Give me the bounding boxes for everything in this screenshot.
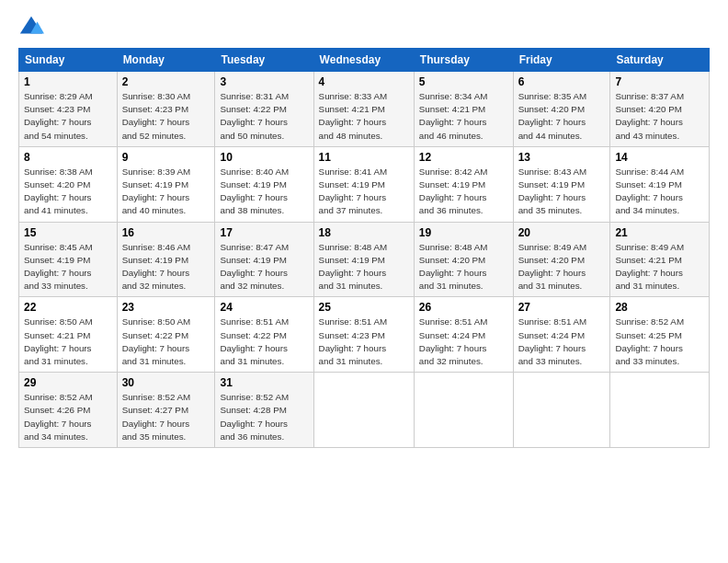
day-number: 12 bbox=[419, 151, 508, 164]
calendar-cell: 27Sunrise: 8:51 AMSunset: 4:24 PMDayligh… bbox=[513, 297, 610, 373]
day-number: 25 bbox=[319, 301, 409, 314]
day-info: Sunrise: 8:35 AMSunset: 4:20 PMDaylight:… bbox=[518, 90, 606, 143]
day-number: 10 bbox=[220, 151, 308, 164]
calendar-header-thursday: Thursday bbox=[414, 49, 513, 72]
calendar-cell: 22Sunrise: 8:50 AMSunset: 4:21 PMDayligh… bbox=[19, 297, 118, 373]
day-number: 19 bbox=[419, 226, 508, 239]
day-number: 21 bbox=[615, 226, 704, 239]
calendar-header-row: SundayMondayTuesdayWednesdayThursdayFrid… bbox=[19, 49, 710, 72]
day-info: Sunrise: 8:43 AMSunset: 4:19 PMDaylight:… bbox=[518, 166, 606, 218]
calendar-cell: 13Sunrise: 8:43 AMSunset: 4:19 PMDayligh… bbox=[513, 146, 610, 222]
calendar-header-wednesday: Wednesday bbox=[313, 49, 414, 72]
calendar-cell: 7Sunrise: 8:37 AMSunset: 4:20 PMDaylight… bbox=[610, 72, 710, 147]
day-number: 11 bbox=[319, 151, 409, 164]
day-info: Sunrise: 8:34 AMSunset: 4:21 PMDaylight:… bbox=[419, 90, 508, 143]
day-info: Sunrise: 8:33 AMSunset: 4:21 PMDaylight:… bbox=[319, 90, 409, 143]
calendar-cell: 15Sunrise: 8:45 AMSunset: 4:19 PMDayligh… bbox=[19, 222, 118, 297]
day-info: Sunrise: 8:52 AMSunset: 4:26 PMDaylight:… bbox=[24, 391, 112, 443]
calendar-cell bbox=[414, 373, 513, 448]
calendar-cell: 2Sunrise: 8:30 AMSunset: 4:23 PMDaylight… bbox=[117, 72, 215, 147]
day-number: 20 bbox=[518, 226, 606, 239]
calendar-week-5: 29Sunrise: 8:52 AMSunset: 4:26 PMDayligh… bbox=[19, 373, 710, 448]
day-info: Sunrise: 8:52 AMSunset: 4:28 PMDaylight:… bbox=[220, 391, 308, 443]
day-number: 8 bbox=[24, 151, 112, 164]
logo-icon bbox=[18, 15, 44, 40]
calendar-week-2: 8Sunrise: 8:38 AMSunset: 4:20 PMDaylight… bbox=[19, 146, 710, 222]
calendar-cell: 10Sunrise: 8:40 AMSunset: 4:19 PMDayligh… bbox=[215, 146, 313, 222]
day-number: 29 bbox=[24, 376, 112, 389]
day-number: 14 bbox=[615, 151, 704, 164]
calendar-cell: 26Sunrise: 8:51 AMSunset: 4:24 PMDayligh… bbox=[414, 297, 513, 373]
day-number: 6 bbox=[518, 75, 606, 88]
day-info: Sunrise: 8:49 AMSunset: 4:21 PMDaylight:… bbox=[615, 241, 704, 293]
calendar-header-friday: Friday bbox=[513, 49, 610, 72]
day-number: 24 bbox=[220, 301, 308, 314]
calendar-cell: 17Sunrise: 8:47 AMSunset: 4:19 PMDayligh… bbox=[215, 222, 313, 297]
day-number: 22 bbox=[24, 301, 112, 314]
calendar-cell: 19Sunrise: 8:48 AMSunset: 4:20 PMDayligh… bbox=[414, 222, 513, 297]
calendar-header-saturday: Saturday bbox=[610, 49, 710, 72]
day-number: 4 bbox=[319, 75, 409, 88]
day-number: 30 bbox=[122, 376, 210, 389]
day-number: 26 bbox=[419, 301, 508, 314]
calendar-cell bbox=[313, 373, 414, 448]
day-info: Sunrise: 8:50 AMSunset: 4:22 PMDaylight:… bbox=[122, 316, 210, 368]
day-info: Sunrise: 8:37 AMSunset: 4:20 PMDaylight:… bbox=[615, 90, 704, 143]
day-info: Sunrise: 8:40 AMSunset: 4:19 PMDaylight:… bbox=[220, 166, 308, 218]
calendar-cell: 1Sunrise: 8:29 AMSunset: 4:23 PMDaylight… bbox=[19, 72, 118, 147]
day-number: 5 bbox=[419, 75, 508, 88]
calendar-cell: 21Sunrise: 8:49 AMSunset: 4:21 PMDayligh… bbox=[610, 222, 710, 297]
calendar-header-sunday: Sunday bbox=[19, 49, 118, 72]
calendar-body: 1Sunrise: 8:29 AMSunset: 4:23 PMDaylight… bbox=[19, 72, 710, 448]
calendar-header-monday: Monday bbox=[117, 49, 215, 72]
calendar-week-4: 22Sunrise: 8:50 AMSunset: 4:21 PMDayligh… bbox=[19, 297, 710, 373]
day-number: 2 bbox=[122, 75, 210, 88]
calendar-cell: 8Sunrise: 8:38 AMSunset: 4:20 PMDaylight… bbox=[19, 146, 118, 222]
logo bbox=[18, 15, 48, 40]
day-info: Sunrise: 8:51 AMSunset: 4:22 PMDaylight:… bbox=[220, 316, 308, 368]
day-number: 16 bbox=[122, 226, 210, 239]
day-info: Sunrise: 8:48 AMSunset: 4:19 PMDaylight:… bbox=[319, 241, 409, 293]
day-info: Sunrise: 8:49 AMSunset: 4:20 PMDaylight:… bbox=[518, 241, 606, 293]
day-number: 27 bbox=[518, 301, 606, 314]
calendar-cell: 31Sunrise: 8:52 AMSunset: 4:28 PMDayligh… bbox=[215, 373, 313, 448]
day-info: Sunrise: 8:45 AMSunset: 4:19 PMDaylight:… bbox=[24, 241, 112, 293]
calendar-cell: 30Sunrise: 8:52 AMSunset: 4:27 PMDayligh… bbox=[117, 373, 215, 448]
calendar-cell: 28Sunrise: 8:52 AMSunset: 4:25 PMDayligh… bbox=[610, 297, 710, 373]
calendar-table: SundayMondayTuesdayWednesdayThursdayFrid… bbox=[18, 48, 710, 448]
day-number: 17 bbox=[220, 226, 308, 239]
calendar-cell: 3Sunrise: 8:31 AMSunset: 4:22 PMDaylight… bbox=[215, 72, 313, 147]
calendar-cell: 12Sunrise: 8:42 AMSunset: 4:19 PMDayligh… bbox=[414, 146, 513, 222]
calendar-week-3: 15Sunrise: 8:45 AMSunset: 4:19 PMDayligh… bbox=[19, 222, 710, 297]
day-info: Sunrise: 8:46 AMSunset: 4:19 PMDaylight:… bbox=[122, 241, 210, 293]
calendar-cell: 25Sunrise: 8:51 AMSunset: 4:23 PMDayligh… bbox=[313, 297, 414, 373]
page: SundayMondayTuesdayWednesdayThursdayFrid… bbox=[0, 0, 728, 457]
calendar-cell: 23Sunrise: 8:50 AMSunset: 4:22 PMDayligh… bbox=[117, 297, 215, 373]
calendar-cell: 5Sunrise: 8:34 AMSunset: 4:21 PMDaylight… bbox=[414, 72, 513, 147]
day-info: Sunrise: 8:30 AMSunset: 4:23 PMDaylight:… bbox=[122, 90, 210, 143]
day-info: Sunrise: 8:52 AMSunset: 4:25 PMDaylight:… bbox=[615, 316, 704, 368]
day-info: Sunrise: 8:41 AMSunset: 4:19 PMDaylight:… bbox=[319, 166, 409, 218]
calendar-cell: 9Sunrise: 8:39 AMSunset: 4:19 PMDaylight… bbox=[117, 146, 215, 222]
day-number: 23 bbox=[122, 301, 210, 314]
calendar-header-tuesday: Tuesday bbox=[215, 49, 313, 72]
day-info: Sunrise: 8:51 AMSunset: 4:24 PMDaylight:… bbox=[419, 316, 508, 368]
day-info: Sunrise: 8:47 AMSunset: 4:19 PMDaylight:… bbox=[220, 241, 308, 293]
calendar-week-1: 1Sunrise: 8:29 AMSunset: 4:23 PMDaylight… bbox=[19, 72, 710, 147]
calendar-cell: 18Sunrise: 8:48 AMSunset: 4:19 PMDayligh… bbox=[313, 222, 414, 297]
calendar-cell: 20Sunrise: 8:49 AMSunset: 4:20 PMDayligh… bbox=[513, 222, 610, 297]
day-info: Sunrise: 8:38 AMSunset: 4:20 PMDaylight:… bbox=[24, 166, 112, 218]
day-info: Sunrise: 8:50 AMSunset: 4:21 PMDaylight:… bbox=[24, 316, 112, 368]
day-number: 28 bbox=[615, 301, 704, 314]
day-info: Sunrise: 8:42 AMSunset: 4:19 PMDaylight:… bbox=[419, 166, 508, 218]
header bbox=[18, 15, 710, 40]
day-number: 15 bbox=[24, 226, 112, 239]
calendar-cell: 6Sunrise: 8:35 AMSunset: 4:20 PMDaylight… bbox=[513, 72, 610, 147]
calendar-cell: 14Sunrise: 8:44 AMSunset: 4:19 PMDayligh… bbox=[610, 146, 710, 222]
day-number: 1 bbox=[24, 75, 112, 88]
day-info: Sunrise: 8:39 AMSunset: 4:19 PMDaylight:… bbox=[122, 166, 210, 218]
calendar-cell: 16Sunrise: 8:46 AMSunset: 4:19 PMDayligh… bbox=[117, 222, 215, 297]
calendar-cell: 24Sunrise: 8:51 AMSunset: 4:22 PMDayligh… bbox=[215, 297, 313, 373]
calendar-cell: 29Sunrise: 8:52 AMSunset: 4:26 PMDayligh… bbox=[19, 373, 118, 448]
day-number: 9 bbox=[122, 151, 210, 164]
